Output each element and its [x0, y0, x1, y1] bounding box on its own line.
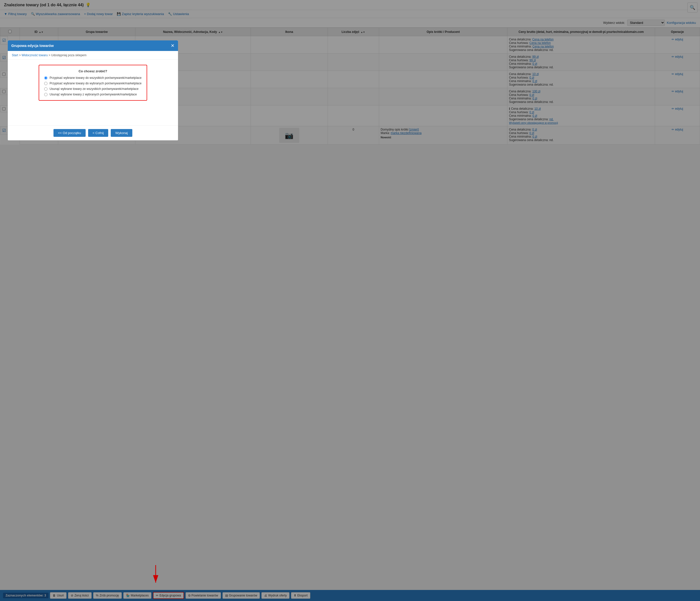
- radio-opt4[interactable]: [44, 93, 47, 96]
- modal-breadcrumb: Start > Widoczność towaru > Udostępniaj …: [8, 51, 178, 60]
- option-2[interactable]: Przypisać wybrane towary do wybranych po…: [44, 82, 141, 85]
- option-4[interactable]: Usunąć wybrane towary z wybranych porówn…: [44, 93, 141, 96]
- options-box: Co chcesz zrobić? Przypisać wybrane towa…: [39, 65, 147, 101]
- breadcrumb-visibility[interactable]: Widoczność towaru: [22, 53, 48, 57]
- back-button[interactable]: < Cofnij: [88, 129, 108, 137]
- modal-title: Grupowa edycja towarów: [11, 44, 54, 48]
- modal-overlay: Grupowa edycja towarów ✕ Start > Widoczn…: [0, 0, 700, 157]
- back-to-start-button[interactable]: << Od początku: [53, 129, 85, 137]
- modal-body: Co chcesz zrobić? Przypisać wybrane towa…: [8, 60, 178, 125]
- radio-opt2[interactable]: [44, 82, 47, 85]
- modal-header: Grupowa edycja towarów ✕: [8, 41, 178, 51]
- breadcrumb-start[interactable]: Start: [12, 53, 18, 57]
- modal-close-button[interactable]: ✕: [171, 43, 175, 48]
- option-1[interactable]: Przypisać wybrane towary do wszystkich p…: [44, 76, 141, 80]
- group-edit-modal: Grupowa edycja towarów ✕ Start > Widoczn…: [7, 40, 178, 141]
- question-label: Co chcesz zrobić?: [44, 69, 141, 73]
- breadcrumb-current: Udostępniaj poza sklepem: [51, 53, 86, 57]
- radio-opt1[interactable]: [44, 76, 47, 80]
- execute-button[interactable]: Wykonaj: [111, 129, 132, 137]
- radio-opt3[interactable]: [44, 87, 47, 91]
- option-3[interactable]: Usunąć wybrane towary ze wszystkich poró…: [44, 87, 141, 91]
- modal-footer: << Od początku < Cofnij Wykonaj: [8, 125, 178, 140]
